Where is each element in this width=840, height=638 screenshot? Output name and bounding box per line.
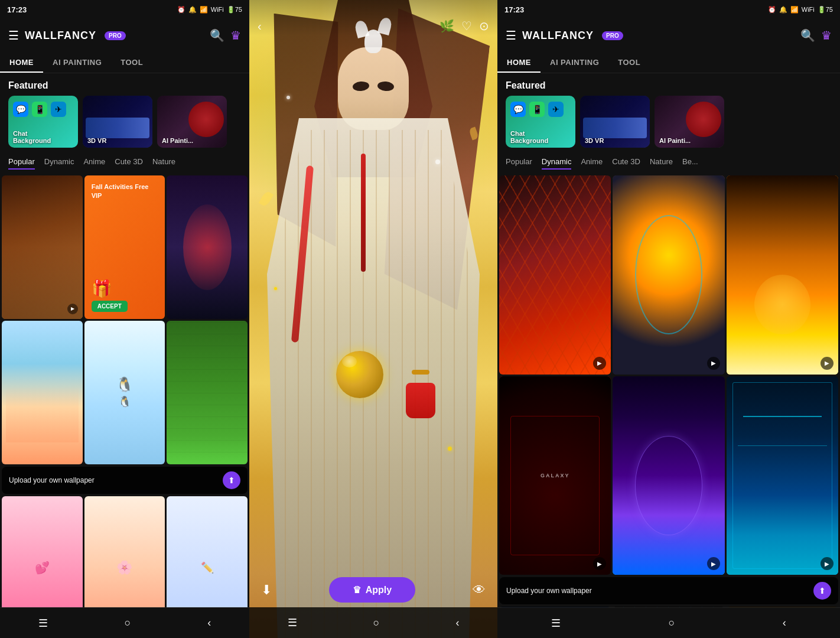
dynamic-thumb-7[interactable] [499, 607, 611, 607]
tab-tool-right[interactable]: TOOL [608, 52, 650, 73]
dynamic-thumb-4[interactable]: GALAXY ▶ [499, 376, 611, 575]
wallpaper-grid-left: ▶ Fall Activities Free VIP 🎁 ACCEPT 🐧🐧 [0, 175, 249, 464]
wallpaper-thumb-5[interactable]: 🐧🐧 [84, 321, 165, 464]
wallpaper-thumb-8[interactable]: 🌸 [84, 496, 165, 607]
hamburger-icon-right[interactable]: ☰ [506, 28, 516, 43]
featured-card-ai[interactable]: AI Painti... [157, 96, 227, 148]
pro-badge-left: PRO [105, 31, 126, 40]
status-time-right: 17:23 [504, 5, 524, 14]
status-icons-right: ⏰ 🔔 📶 WiFi 🔋75 [768, 6, 833, 14]
bottom-menu-viewer[interactable]: ☰ [288, 616, 297, 629]
top-bar-left: ☰ WALLFANCY PRO 🔍 ♛ [0, 19, 249, 52]
wallpaper-thumb-3[interactable] [167, 175, 248, 319]
notification-icon-right: 🔔 [779, 6, 787, 14]
upload-button-left[interactable]: ⬆ [223, 471, 240, 489]
upload-banner-right[interactable]: Upload your own wallpaper ⬆ [499, 577, 838, 604]
upload-banner-text-right: Upload your own wallpaper [506, 587, 592, 595]
whatsapp-icon-right: 📱 [529, 102, 545, 117]
status-time-left: 17:23 [7, 5, 27, 14]
bottom-home-right[interactable]: ○ [669, 617, 675, 629]
bottom-back-viewer[interactable]: ‹ [455, 617, 459, 629]
viewer-preview-icon[interactable]: 👁 [473, 582, 486, 598]
wifi-icon: WiFi [211, 6, 224, 13]
featured-row-right: 💬 📱 ✈ ChatBackground 3D VR AI Painti... [497, 96, 840, 155]
bottom-back-right[interactable]: ‹ [783, 617, 786, 629]
status-icons-left: ⏰ 🔔 📶 WiFi 🔋75 [177, 6, 242, 14]
filter-cute3d-left[interactable]: Cute 3D [115, 157, 143, 170]
viewer-background [249, 0, 497, 638]
featured-row-left: 💬 📱 ✈ ChatBackground 3D VR AI Painti... [0, 96, 249, 155]
wallpaper-thumb-7[interactable]: 💕 Lovely baby [2, 496, 83, 607]
filter-anime-right[interactable]: Anime [581, 157, 603, 170]
promo-title: Fall Activities Free VIP [92, 183, 158, 201]
tab-home-right[interactable]: HOME [497, 52, 541, 73]
featured-card-chat-bg-right[interactable]: 💬 📱 ✈ ChatBackground [506, 96, 575, 148]
telegram-icon-right: ✈ [548, 102, 564, 117]
featured-card-3dvr-right[interactable]: 3D VR [580, 96, 650, 148]
wallpaper-thumb-4[interactable] [2, 321, 83, 464]
ai-label: AI Painti... [162, 137, 193, 144]
ai-label-right: AI Painti... [659, 137, 691, 144]
upload-banner-left[interactable]: Upload your own wallpaper ⬆ [2, 467, 248, 494]
dynamic-thumb-6[interactable]: ▶ [727, 376, 838, 575]
chat-bg-icons-right: 💬 📱 ✈ [506, 96, 575, 123]
filter-dynamic-right[interactable]: Dynamic [542, 157, 572, 170]
dynamic-thumb-1[interactable]: ▶ [499, 175, 611, 375]
filter-nature-right[interactable]: Nature [650, 157, 673, 170]
filter-popular-left[interactable]: Popular [8, 157, 35, 170]
viewer-download-icon[interactable]: ⬇ [261, 582, 272, 598]
wallpaper-thumb-1[interactable]: ▶ [2, 175, 83, 319]
viewer-share-icon[interactable]: ⊙ [479, 19, 489, 33]
viewer-heart-icon[interactable]: ♡ [461, 19, 472, 33]
whatsapp-icon: 📱 [32, 102, 47, 117]
filter-be-right[interactable]: Be... [682, 157, 698, 170]
dynamic-grid-right-3: ⚙ ⚙ [497, 607, 840, 607]
app-logo-left: WALLFANCY [25, 30, 96, 42]
wallpaper-thumb-9[interactable]: ✏️ Judy [167, 496, 248, 607]
bottom-home-left[interactable]: ○ [125, 617, 131, 629]
bottom-back-left[interactable]: ‹ [207, 617, 211, 629]
filter-cute3d-right[interactable]: Cute 3D [612, 157, 640, 170]
tab-tool-left[interactable]: TOOL [111, 52, 152, 73]
search-icon-left[interactable]: 🔍 [210, 28, 224, 43]
featured-card-3dvr[interactable]: 3D VR [83, 96, 152, 148]
scroll-content-right: Featured 💬 📱 ✈ ChatBackground 3D VR [497, 73, 840, 607]
viewer-back-icon[interactable]: ‹ [258, 19, 262, 33]
apply-button[interactable]: ♛ Apply [329, 577, 415, 603]
filter-anime-left[interactable]: Anime [83, 157, 105, 170]
upload-button-right[interactable]: ⬆ [813, 582, 831, 600]
filter-popular-right[interactable]: Popular [506, 157, 532, 170]
bottom-menu-left[interactable]: ☰ [38, 617, 48, 630]
search-icon-right[interactable]: 🔍 [800, 28, 815, 43]
promo-accept-button[interactable]: ACCEPT [92, 301, 128, 312]
bottom-menu-right[interactable]: ☰ [551, 617, 561, 630]
filter-tabs-right: Popular Dynamic Anime Cute 3D Nature Be.… [497, 155, 840, 175]
tab-home-left[interactable]: HOME [0, 52, 43, 73]
promo-card[interactable]: Fall Activities Free VIP 🎁 ACCEPT [84, 175, 165, 319]
vr-label-right: 3D VR [585, 137, 604, 144]
filter-nature-left[interactable]: Nature [152, 157, 175, 170]
dynamic-grid-right-2: GALAXY ▶ ▶ ▶ [497, 376, 840, 575]
dynamic-thumb-3[interactable]: ▶ [727, 175, 838, 375]
crown-icon-right[interactable]: ♛ [821, 28, 832, 43]
play-icon-6: ▶ [821, 557, 834, 570]
viewer-tree-icon[interactable]: 🌿 [439, 19, 454, 33]
hamburger-icon-left[interactable]: ☰ [8, 28, 19, 43]
tab-ai-painting-right[interactable]: AI PAINTING [541, 52, 608, 73]
dynamic-thumb-5[interactable]: ▶ [613, 376, 724, 575]
dynamic-thumb-9[interactable]: ⚙ ⚙ [727, 607, 838, 607]
filter-dynamic-left[interactable]: Dynamic [44, 157, 74, 170]
crown-icon-left[interactable]: ♛ [230, 28, 241, 43]
alarm-icon: ⏰ [177, 6, 185, 14]
bottom-home-viewer[interactable]: ○ [373, 617, 380, 629]
tab-ai-painting-left[interactable]: AI PAINTING [43, 52, 111, 73]
dynamic-thumb-8[interactable] [613, 607, 724, 607]
featured-card-ai-right[interactable]: AI Painti... [655, 96, 724, 148]
bottom-nav-right: ☰ ○ ‹ [497, 607, 840, 638]
vr-label: 3D VR [87, 137, 106, 144]
play-icon-5: ▶ [707, 557, 720, 570]
dynamic-thumb-2[interactable]: ▶ [613, 175, 724, 375]
featured-card-chat-bg[interactable]: 💬 📱 ✈ ChatBackground [8, 96, 78, 148]
wallpaper-thumb-6[interactable] [167, 321, 248, 464]
messenger-icon: 💬 [13, 102, 28, 117]
